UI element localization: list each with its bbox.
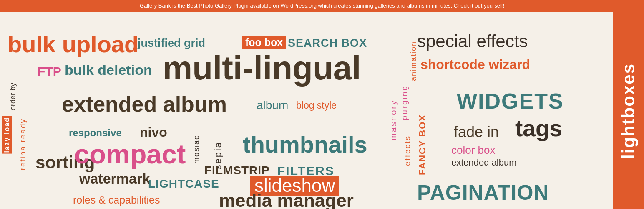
compact: compact xyxy=(74,140,186,168)
thumbnails: thumbnails xyxy=(243,133,367,156)
animation-vertical: animation xyxy=(410,41,417,81)
fancy-box-vertical: FANCY BOX xyxy=(418,114,427,175)
blog-style: blog style xyxy=(296,101,337,110)
pagination: PAGINATION xyxy=(417,182,549,203)
justified-grid: justified grid xyxy=(138,38,205,49)
fade-in: fade in xyxy=(454,125,499,140)
album: album xyxy=(257,99,288,111)
responsive: responsive xyxy=(69,128,122,138)
bulk-upload: bulk upload xyxy=(8,33,138,56)
effects-vertical: effects xyxy=(404,135,411,166)
extended-album-main: extended album xyxy=(62,93,227,115)
foo-box: foo box xyxy=(242,36,286,49)
tags: tags xyxy=(515,117,562,140)
banner-text: Gallery Bank is the Best Photo Gallery P… xyxy=(140,3,504,9)
lightcase: LIGHTCASE xyxy=(148,178,219,190)
ftp: FTP xyxy=(38,65,61,78)
search-box: SEARCH BOX xyxy=(288,38,367,49)
lazy-load: lazy load xyxy=(2,116,12,154)
roles-capabilities: roles & capabilities xyxy=(73,195,160,205)
main-container: lightboxes bulk upload justified grid fo… xyxy=(0,12,644,209)
shortcode-wizard: shortcode wizard xyxy=(420,58,530,71)
widgets: WIDGETS xyxy=(457,90,564,112)
retina-ready: retina ready xyxy=(19,118,27,170)
masnory-vertical: masnory xyxy=(389,99,397,140)
watermark: watermark xyxy=(79,171,150,186)
extended-album-2: extended album xyxy=(451,158,517,167)
word-cloud: bulk upload justified grid foo box SEARC… xyxy=(0,12,613,209)
color-box: color box xyxy=(451,145,496,155)
filmstrip: FILMSTRIP xyxy=(204,165,270,176)
bulk-deletion: bulk deletion xyxy=(65,63,152,77)
right-sidebar: lightboxes xyxy=(613,12,644,209)
nivo: nivo xyxy=(140,125,167,139)
media-manager: media manager xyxy=(219,191,354,209)
mosiac: mosiac xyxy=(193,135,200,164)
lightboxes-text: lightboxes xyxy=(619,63,639,159)
top-banner: Gallery Bank is the Best Photo Gallery P… xyxy=(0,0,644,12)
purging-vertical: purging xyxy=(400,85,408,120)
special-effects: special effects xyxy=(417,33,528,50)
multi-lingual: multi-lingual xyxy=(163,51,361,85)
order-by: order by xyxy=(9,83,17,110)
